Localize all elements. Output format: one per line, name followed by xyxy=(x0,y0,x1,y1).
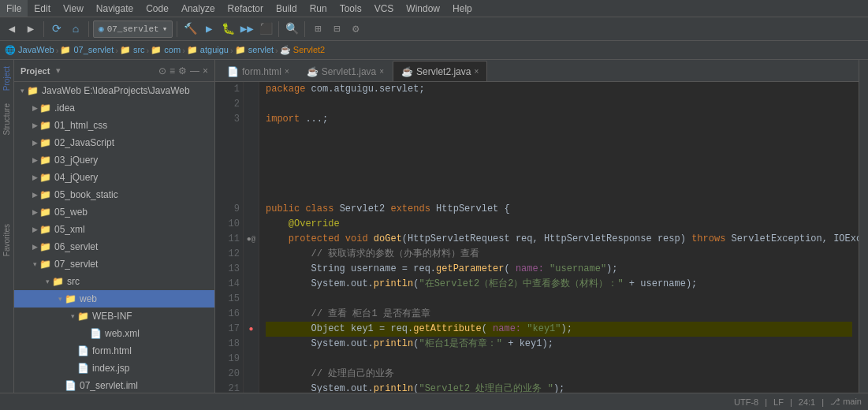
toolbar-run[interactable]: ▶ xyxy=(200,20,218,38)
tree-05book[interactable]: ▶ 📁 05_book_static xyxy=(14,186,214,203)
favorites-tab[interactable]: Favorites xyxy=(1,221,13,259)
gutter: ●@ ● xyxy=(244,82,259,393)
tab-servlet2-label: Servlet2.java xyxy=(416,66,471,77)
code-area[interactable]: package com.atguigu.servlet; import ...;… xyxy=(259,82,859,393)
toolbar-sync[interactable]: ⟳ xyxy=(48,20,65,38)
tree-03jquery[interactable]: ▶ 📁 03_jQuery xyxy=(14,151,214,169)
tree-web[interactable]: ▾ 📁 web xyxy=(14,290,214,308)
folder-04-icon: 📁 xyxy=(39,172,51,183)
code-line-3: import ...; xyxy=(266,112,852,127)
toolbar-back[interactable]: ◀ xyxy=(3,20,20,38)
breadcrumb-07servlet[interactable]: 📁 07_servlet xyxy=(60,45,114,55)
run-config-label: 07_servlet xyxy=(107,24,159,34)
sidebar-settings-icon[interactable]: ⚙ xyxy=(178,65,187,76)
toolbar-build[interactable]: 🔨 xyxy=(181,20,199,38)
tree-idea-label: .idea xyxy=(54,102,75,114)
menu-window[interactable]: Window xyxy=(400,0,446,17)
menu-analyze[interactable]: Analyze xyxy=(175,0,222,17)
toolbar-home[interactable]: ⌂ xyxy=(67,20,84,38)
sidebar-locate-icon[interactable]: ⊙ xyxy=(158,65,166,76)
tree-07servlet[interactable]: ▾ 📁 07_servlet xyxy=(14,255,214,273)
toolbar-forward[interactable]: ▶ xyxy=(22,20,39,38)
tree-05x-label: 05_xml xyxy=(54,224,85,235)
tab-servlet2[interactable]: ☕ Servlet2.java × xyxy=(393,61,487,81)
menu-navigate[interactable]: Navigate xyxy=(90,0,140,17)
tab-servlet1-close[interactable]: × xyxy=(379,67,384,76)
tab-servlet1[interactable]: ☕ Servlet1.java × xyxy=(298,61,393,81)
toolbar-debug[interactable]: 🐛 xyxy=(219,20,237,38)
toolbar-layout[interactable]: ⊞ xyxy=(309,20,326,38)
menu-build[interactable]: Build xyxy=(270,0,304,17)
code-line-7 xyxy=(266,172,852,187)
toolbar-split[interactable]: ⊟ xyxy=(328,20,345,38)
code-line-9: public class Servlet2 extends HttpServle… xyxy=(266,202,852,217)
sidebar-close-icon[interactable]: — xyxy=(190,65,199,76)
toolbar-run-coverage[interactable]: ▶▶ xyxy=(238,20,255,38)
code-line-17: Object key1 = req.getAttribute( name: "k… xyxy=(266,322,852,337)
folder-03-icon: 📁 xyxy=(39,155,51,166)
tree-05web[interactable]: ▶ 📁 05_web xyxy=(14,203,214,221)
gutter-at-11: @ xyxy=(251,236,255,244)
webxml-icon: 📄 xyxy=(90,328,102,339)
tree-root-label: JavaWeb E:\IdeaProjects\JavaWeb xyxy=(42,85,190,96)
toolbar-sep1 xyxy=(43,21,44,37)
tree-formhtml-label: form.html xyxy=(92,345,132,356)
tree-04-label: 04_jQuery xyxy=(54,172,98,183)
breadcrumb-servlet2[interactable]: ☕ Servlet2 xyxy=(280,45,325,55)
structure-tab[interactable]: Structure xyxy=(1,100,13,139)
menu-edit[interactable]: Edit xyxy=(28,0,57,17)
toolbar-gear[interactable]: ⚙ xyxy=(347,20,364,38)
tree-src[interactable]: ▾ 📁 src xyxy=(14,273,214,290)
tab-servlet2-close[interactable]: × xyxy=(474,67,479,76)
breadcrumb-servlet[interactable]: 📁 servlet xyxy=(235,45,274,55)
tab-formhtml[interactable]: 📄 form.html × xyxy=(218,61,298,81)
tabs-bar: 📄 form.html × ☕ Servlet1.java × ☕ Servle… xyxy=(215,60,859,82)
menu-run[interactable]: Run xyxy=(304,0,333,17)
sidebar-dropdown-arrow[interactable]: ▾ xyxy=(56,65,61,76)
breadcrumb-javaweb[interactable]: 🌐 JavaWeb xyxy=(5,45,54,55)
toolbar-find[interactable]: 🔍 xyxy=(283,20,300,38)
tree-05xml[interactable]: ▶ 📁 05_xml xyxy=(14,221,214,238)
toolbar-run-config[interactable]: ◉ 07_servlet ▾ xyxy=(93,20,173,38)
indexjsp-icon: 📄 xyxy=(77,363,89,374)
tree-webinf-label: WEB-INF xyxy=(92,311,132,322)
menu-tools[interactable]: Tools xyxy=(333,0,368,17)
menu-refactor[interactable]: Refactor xyxy=(222,0,270,17)
tree-04jquery[interactable]: ▶ 📁 04_jQuery xyxy=(14,169,214,186)
tab-formhtml-close[interactable]: × xyxy=(285,67,289,76)
menu-view[interactable]: View xyxy=(57,0,90,17)
sidebar-collapse-icon[interactable]: ≡ xyxy=(170,65,175,76)
sidebar-tree: ▾ 📁 JavaWeb E:\IdeaProjects\JavaWeb ▶ 📁 … xyxy=(14,82,214,393)
tree-06servlet[interactable]: ▶ 📁 06_servlet xyxy=(14,238,214,255)
project-tab[interactable]: Project xyxy=(1,63,13,94)
toolbar-stop[interactable]: ⬛ xyxy=(257,20,274,38)
folder-07-icon: 📁 xyxy=(39,259,51,270)
tree-indexjsp[interactable]: ▶ 📄 index.jsp xyxy=(14,360,214,377)
web-folder-icon: 📁 xyxy=(65,293,76,304)
tree-webxml[interactable]: ▶ 📄 web.xml xyxy=(14,325,214,342)
tree-idea[interactable]: ▶ 📁 .idea xyxy=(14,99,214,117)
breadcrumb-src[interactable]: 📁 src xyxy=(120,45,145,55)
tree-formhtml[interactable]: ▶ 📄 form.html xyxy=(14,342,214,360)
tree-root[interactable]: ▾ 📁 JavaWeb E:\IdeaProjects\JavaWeb xyxy=(14,82,214,99)
tree-web-label: web xyxy=(80,293,97,304)
editor-code-content: 1 2 3 9 10 11 12 13 14 15 16 17 xyxy=(215,82,859,393)
menu-vcs[interactable]: VCS xyxy=(368,0,400,17)
tree-07iml[interactable]: ▶ 📄 07_servlet.iml xyxy=(14,377,214,393)
status-linefeed: LF xyxy=(773,397,784,407)
menu-help[interactable]: Help xyxy=(446,0,479,17)
breadcrumb-com[interactable]: 📁 com xyxy=(151,45,181,55)
code-line-18: System.out.println("柜台1是否有章：" + key1); xyxy=(266,337,852,352)
sidebar-pin-icon[interactable]: × xyxy=(203,65,208,76)
menu-code[interactable]: Code xyxy=(140,0,175,17)
dropdown-arrow: ▾ xyxy=(162,24,168,34)
code-line-14: System.out.println("在Servlet2（柜台2）中查看参数（… xyxy=(266,277,852,292)
tab-servlet1-icon: ☕ xyxy=(307,66,319,77)
breadcrumb-atguigu[interactable]: 📁 atguigu xyxy=(187,45,229,55)
menu-file[interactable]: File xyxy=(0,0,28,17)
tree-01htmlcss[interactable]: ▶ 📁 01_html_css xyxy=(14,117,214,134)
tree-02js[interactable]: ▶ 📁 02_JavaScript xyxy=(14,134,214,151)
breakpoint-17[interactable]: ● xyxy=(248,325,253,334)
scrollbar-right[interactable] xyxy=(859,60,868,393)
tree-webinf[interactable]: ▾ 📁 WEB-INF xyxy=(14,308,214,325)
